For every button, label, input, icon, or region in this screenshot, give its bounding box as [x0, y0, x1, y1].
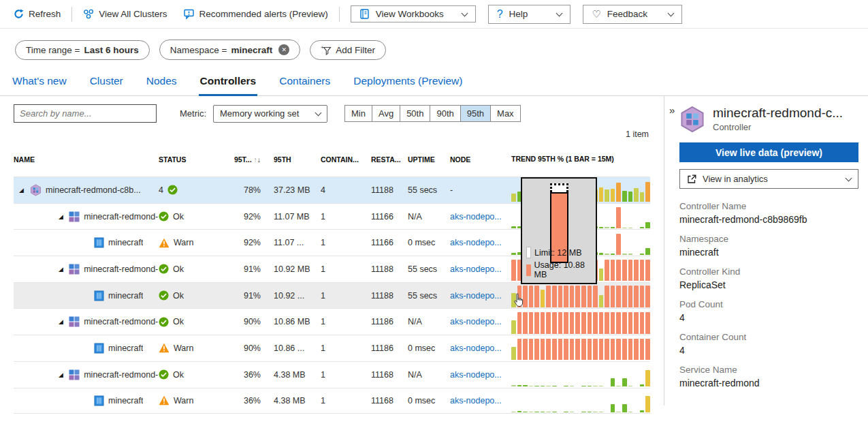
percentile-max[interactable]: Max: [490, 105, 521, 122]
tab-cluster[interactable]: Cluster: [89, 71, 125, 95]
tab-what-s-new[interactable]: What's new: [11, 71, 68, 95]
column-header-containers[interactable]: CONTAIN...: [318, 155, 364, 164]
trend-bar: [616, 260, 621, 281]
node-link[interactable]: aks-nodepo...: [447, 212, 511, 221]
view-workbooks-label: View Workbooks: [376, 9, 444, 19]
table-row[interactable]: minecraftWarn90%10.86 ...1111860 msecaks…: [14, 335, 650, 361]
trend-bar: [616, 412, 621, 412]
trend-bar: [529, 412, 534, 412]
chevron-down-icon: [315, 109, 322, 116]
trend-bar: [622, 254, 627, 254]
feedback-dropdown[interactable]: ♡ Feedback: [583, 5, 682, 24]
row-name-cell: ◢minecraft-redmond-...: [14, 264, 159, 275]
add-filter-label: Add Filter: [336, 45, 375, 55]
namespace-value: minecraft: [231, 45, 272, 55]
node-cell: -: [447, 185, 511, 195]
trend-bar: [628, 412, 633, 412]
expand-arrow-icon[interactable]: ◢: [19, 187, 26, 194]
trend-bar: [517, 385, 522, 386]
help-dropdown[interactable]: ? Help: [488, 5, 571, 24]
container-icon: [94, 343, 104, 354]
view-in-analytics-dropdown[interactable]: View in analytics: [679, 169, 858, 189]
node-link[interactable]: aks-nodepo...: [447, 317, 511, 326]
percentile-avg[interactable]: Avg: [372, 105, 400, 122]
expand-arrow-icon[interactable]: ◢: [59, 213, 65, 220]
trend-bar: [605, 312, 609, 334]
tab-nodes[interactable]: Nodes: [145, 71, 178, 95]
status-count: 4: [159, 185, 163, 195]
status-text: Warn: [174, 396, 193, 406]
trend-bar: [616, 312, 621, 334]
node-link[interactable]: aks-nodepo...: [447, 291, 511, 301]
node-link[interactable]: aks-nodepo...: [447, 343, 511, 353]
trend-bar: [645, 182, 650, 202]
percentile-50th[interactable]: 50th: [400, 105, 430, 122]
column-header-uptime[interactable]: UPTIME: [404, 155, 447, 164]
percentile-90th[interactable]: 90th: [430, 105, 460, 122]
status-text: Warn: [174, 343, 193, 353]
pct-cell: 91%: [228, 291, 263, 301]
trend-bar: [645, 312, 650, 334]
add-filter-button[interactable]: + Add Filter: [310, 40, 386, 60]
expand-arrow-icon[interactable]: ◢: [59, 266, 65, 273]
trend-bar: [599, 227, 604, 229]
trend-bar: [640, 410, 645, 412]
column-header-95th[interactable]: 95TH: [263, 155, 318, 164]
namespace-pill[interactable]: Namespace = minecraft ✕: [159, 40, 300, 60]
node-link[interactable]: aks-nodepo...: [447, 264, 511, 274]
time-range-pill[interactable]: Time range = Last 6 hours: [15, 40, 150, 60]
table-row[interactable]: minecraftOk91%10.92 ...11118855 secsaks-…: [14, 282, 650, 309]
controller-name: minecraft-redmond-c8b...: [46, 185, 141, 195]
search-input[interactable]: [14, 104, 157, 123]
column-header-name[interactable]: NAME: [14, 155, 159, 164]
tooltip-usage-label: Usage: 10.88 MB: [534, 260, 596, 279]
trend-bar: [564, 412, 568, 412]
table-row[interactable]: ◢minecraft-redmond-...Ok36%4.38 MB111168…: [14, 361, 650, 388]
filter-bar: Time range = Last 6 hours Namespace = mi…: [0, 29, 868, 68]
tab-deployments-preview-[interactable]: Deployments (Preview): [352, 71, 464, 95]
expand-arrow-icon[interactable]: ◢: [59, 371, 65, 378]
column-header-node[interactable]: NODE: [447, 155, 511, 164]
table-row[interactable]: minecraftWarn36%4.38 MB1111680 msecaks-n…: [14, 388, 650, 414]
remove-filter-icon[interactable]: ✕: [278, 44, 289, 55]
controller-name: minecraft: [108, 238, 143, 247]
containers-cell: 1: [318, 238, 364, 247]
column-header-95t-pct[interactable]: 95T... ↑↓: [228, 155, 263, 164]
pod-icon: [69, 369, 80, 380]
refresh-button[interactable]: Refresh: [14, 9, 61, 19]
metric-select[interactable]: Memory working set: [213, 105, 327, 123]
uptime-cell: 0 msec: [404, 396, 447, 406]
trend-bar: [616, 339, 621, 361]
node-link[interactable]: aks-nodepo...: [447, 370, 511, 380]
view-workbooks-dropdown[interactable]: View Workbooks: [351, 5, 476, 22]
column-header-trend[interactable]: TREND 95TH % (1 BAR = 15M): [511, 147, 650, 172]
row-name-cell: minecraft: [14, 343, 159, 354]
add-filter-icon: +: [321, 45, 332, 55]
containers-cell: 1: [318, 264, 364, 274]
trend-bar: [588, 312, 592, 334]
details-panel: » minecraft-redmond-c... Controller View…: [664, 96, 868, 406]
trend-bar: [593, 412, 598, 412]
percentile-min[interactable]: Min: [344, 105, 372, 122]
recommended-alerts-button[interactable]: Recommended alerts (Preview): [184, 9, 328, 20]
expand-arrow-icon[interactable]: ◢: [59, 318, 65, 325]
column-header-status[interactable]: STATUS: [159, 155, 228, 164]
trend-bar: [511, 412, 516, 413]
view-all-clusters-button[interactable]: View All Clusters: [83, 9, 167, 19]
tab-controllers[interactable]: Controllers: [199, 71, 258, 96]
view-live-data-button[interactable]: View live data (preview): [679, 142, 858, 162]
percentile-95th[interactable]: 95th: [460, 105, 491, 122]
containers-cell: 4: [318, 185, 364, 195]
trend-bar: [564, 339, 568, 361]
trend-bar: [570, 386, 575, 386]
pct-cell: 36%: [228, 370, 263, 380]
restarts-cell: 11168: [364, 396, 404, 406]
collapse-panel-icon[interactable]: »: [669, 104, 675, 116]
panel-title: minecraft-redmond-c...: [713, 106, 843, 121]
tab-containers[interactable]: Containers: [278, 71, 332, 95]
column-header-restarts[interactable]: RESTA...: [364, 155, 404, 164]
node-link[interactable]: aks-nodepo...: [447, 396, 511, 406]
node-link[interactable]: aks-nodepo...: [447, 238, 511, 247]
pod-icon: [69, 211, 80, 222]
table-row[interactable]: ◢minecraft-redmond-...Ok90%10.86 MB11118…: [14, 308, 650, 335]
